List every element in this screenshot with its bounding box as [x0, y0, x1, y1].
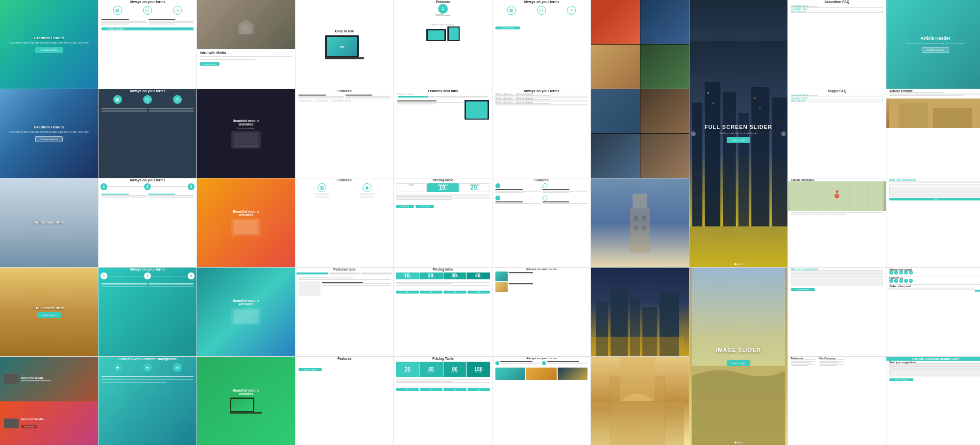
social-card[interactable]: Share this page! f t g+ p in Follow us f… — [886, 268, 980, 356]
always-terms-btn-1[interactable]: Contact section — [101, 27, 194, 30]
social-tw[interactable]: t — [894, 271, 898, 274]
arch-photo-1-card[interactable] — [591, 0, 689, 89]
full-screen-slider-card[interactable]: FULL SCREEN SLIDER Click here to edit. T… — [689, 0, 787, 267]
follow-fb[interactable]: f — [889, 279, 893, 283]
mobile-websites-dark-card[interactable]: Beautiful mobilewebsites Boost your rank… — [197, 89, 295, 178]
form2-field-2[interactable] — [889, 184, 980, 186]
full-screen-intro-card-1[interactable]: Full Screen Intro — [0, 178, 98, 267]
intro-media-btn[interactable]: Learn more — [21, 425, 37, 428]
features-card-1[interactable]: Features ● Requirement — [295, 89, 393, 178]
image-slider-btn[interactable]: Learn more — [727, 360, 750, 366]
subscribe-email[interactable] — [889, 288, 974, 290]
article-header-white-card[interactable]: Article Header — [886, 89, 980, 178]
easy-to-use-card[interactable]: Easy to use ■■■ — [295, 0, 393, 89]
intro-media-cta[interactable]: Contact section — [200, 62, 220, 66]
contact-form-2-card[interactable]: Send your suggestions Send — [886, 178, 980, 267]
intro-with-media-card-1[interactable]: Intro with Media Intro with Media Learn … — [0, 357, 98, 445]
toggle-faq-card[interactable]: Toggle FAQ Question Title 1 − Lorem ipsu… — [788, 89, 886, 178]
slider-btn[interactable]: Learn more — [727, 137, 750, 143]
features-col6-card[interactable]: Features — [492, 178, 590, 267]
gradient-header-card-1[interactable]: Gradient Header Click here to edit. Type… — [0, 0, 98, 89]
tab-3[interactable] — [361, 272, 392, 274]
always-terms-img-card[interactable]: Always on your terms — [492, 268, 590, 356]
accordion-faq-card[interactable]: Accordion FAQ Question Title 1 + Lorem i… — [788, 0, 886, 89]
social-gp[interactable]: g+ — [899, 271, 903, 274]
p2-btn-2[interactable]: Buy — [420, 291, 443, 294]
form-textarea[interactable] — [791, 279, 883, 286]
full-screen-intro-card-2[interactable]: Full Screen Intro Learn more — [0, 268, 98, 356]
pricing-table-1-card[interactable]: Pricing table Plan Business 19. Premium … — [394, 178, 492, 267]
gradient-header-card-2[interactable]: Gradient Header Click here to edit. Type… — [0, 89, 98, 178]
form-submit-btn[interactable]: Send message — [791, 288, 815, 291]
always-terms-2-card[interactable]: Always on your terms What is Materia Wha… — [492, 89, 590, 178]
follow-tw[interactable]: t — [894, 279, 898, 283]
follow-pi[interactable]: p — [904, 279, 908, 283]
arch-photo-2-card[interactable] — [591, 89, 689, 178]
social-li[interactable]: in — [909, 271, 913, 274]
slider-arrow-right[interactable]: › — [781, 131, 786, 136]
p2-btn-3[interactable]: Buy — [443, 291, 466, 294]
article-header-teal-card[interactable]: Article Header Click here to edit. Type … — [886, 0, 980, 89]
gradient-header-btn-1[interactable]: Contact section — [35, 47, 63, 53]
always-terms-img2-card[interactable]: Always on your terms — [492, 357, 590, 445]
city-night-card[interactable] — [591, 268, 689, 356]
features-tabs-card[interactable]: Features tabs — [295, 268, 393, 356]
slider-arrow-left[interactable]: ‹ — [691, 131, 696, 136]
features-card-2[interactable]: Features ▦ ◉ — [295, 178, 393, 267]
features-gradient-card[interactable]: Features with Gradient Background ★ ● ♦ — [98, 357, 196, 445]
pricing-btn-1[interactable]: Buy now — [396, 205, 414, 208]
pricing-btn-2[interactable]: Buy now — [416, 205, 434, 208]
ati-btn[interactable]: Contact section — [495, 26, 520, 29]
always-terms-card-1[interactable]: Always on your terms ▦ ◱ ◳ — [98, 0, 196, 89]
always-terms-icons-card[interactable]: Always on your terms ▦ ◱ ◳ — [492, 0, 590, 89]
social-pi[interactable]: p — [904, 271, 908, 274]
ftab-3[interactable] — [458, 96, 488, 98]
stat-btn-3[interactable]: Buy — [443, 388, 466, 391]
stat-btn-2[interactable]: Buy — [420, 388, 443, 391]
feat-pricing-btn[interactable]: Learn more — [298, 368, 322, 371]
mobile-websites-green-card[interactable]: Beautiful mobilewebsites — [197, 357, 295, 445]
tab-1[interactable] — [296, 272, 328, 274]
contact-map-card[interactable]: Contact information 📍 — [788, 178, 886, 267]
tab-2[interactable] — [329, 272, 361, 274]
p2-btn-1[interactable]: Buy — [396, 291, 419, 294]
title-solid-bg-card[interactable]: Title with Solid Background Color Send y… — [886, 357, 980, 445]
always-terms-card-4[interactable]: Always on your terms 1 2 3 — [98, 268, 196, 356]
form-field-3[interactable] — [791, 276, 883, 278]
sug-field-2[interactable] — [889, 366, 980, 369]
mobile-websites-teal-card[interactable]: Beautiful mobilewebsites — [197, 268, 295, 356]
always-terms-card-3[interactable]: Always on your terms 1 2 3 — [98, 178, 196, 267]
gradient-header-btn-2[interactable]: Contact section — [35, 136, 63, 142]
sug-submit[interactable]: Send message — [889, 378, 913, 381]
ftab-1[interactable] — [398, 96, 428, 98]
follow-gp[interactable]: g+ — [899, 279, 903, 283]
form2-textarea[interactable] — [889, 187, 980, 197]
image-slider-card[interactable]: IMAGE SLIDER Click here to edit. Learn m… — [689, 268, 787, 445]
stat-btn-1[interactable]: Buy — [396, 388, 419, 391]
full-screen-intro-btn-2[interactable]: Learn more — [37, 312, 61, 318]
faq-item-3[interactable]: Why Materia? + — [791, 10, 883, 13]
article-header-teal-btn[interactable]: Contact section — [922, 47, 949, 53]
sug-textarea[interactable] — [889, 369, 980, 376]
ftab-2[interactable] — [428, 96, 458, 98]
svg-rect-5 — [642, 225, 646, 230]
always-terms-card-2[interactable]: Always on your terms ▦ ◱ ◳ — [98, 89, 196, 178]
features-main-card[interactable]: Features Our advantages 1 500000 users — [394, 0, 492, 89]
contact-form-card[interactable]: Write your suggestions Send message — [788, 268, 886, 356]
form-field-2[interactable] — [791, 273, 883, 275]
subscribe-btn[interactable]: Go — [975, 290, 980, 292]
pricing-table-3-card[interactable]: Pricing Table 35 Storage 65 Storage 90 S… — [394, 357, 492, 445]
stat-btn-4[interactable]: Buy — [467, 388, 490, 391]
follow-li[interactable]: in — [909, 279, 913, 283]
warm-arch-card[interactable] — [591, 357, 689, 445]
toggle-item-3[interactable]: Why Materia? + — [791, 99, 883, 102]
social-fb[interactable]: f — [889, 271, 893, 274]
building-photo-card[interactable] — [591, 178, 689, 267]
intro-media-photo-card[interactable]: Intro with Media Contact section — [197, 0, 295, 89]
footer-links-card[interactable]: To Materia Our Company — [788, 357, 886, 445]
mobile-websites-orange-card[interactable]: Beautiful mobilewebsites — [197, 178, 295, 267]
features-with-tabs-card[interactable]: Features with tabs Boost your ranking. — [394, 89, 492, 178]
features-pricing-card[interactable]: Features Learn more — [295, 357, 393, 445]
pricing-table-2-card[interactable]: Pricing table 19. 29. 39. 49. — [394, 268, 492, 356]
p2-btn-4[interactable]: Buy — [467, 291, 490, 294]
